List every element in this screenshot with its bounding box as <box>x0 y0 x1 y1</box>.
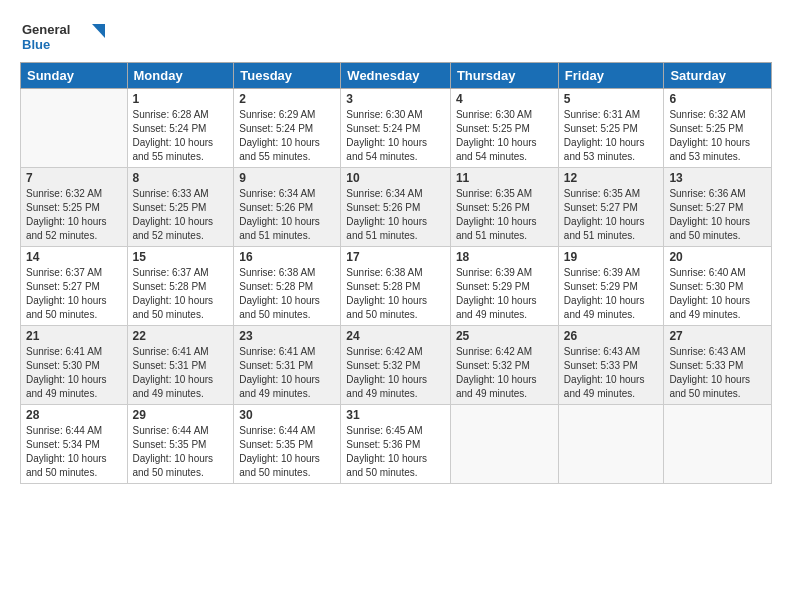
day-info: Sunrise: 6:42 AM Sunset: 5:32 PM Dayligh… <box>456 345 553 401</box>
day-info: Sunrise: 6:37 AM Sunset: 5:27 PM Dayligh… <box>26 266 122 322</box>
day-number: 7 <box>26 171 122 185</box>
day-number: 15 <box>133 250 229 264</box>
calendar-cell: 29Sunrise: 6:44 AM Sunset: 5:35 PM Dayli… <box>127 405 234 484</box>
day-number: 9 <box>239 171 335 185</box>
calendar-cell: 5Sunrise: 6:31 AM Sunset: 5:25 PM Daylig… <box>558 89 664 168</box>
day-info: Sunrise: 6:43 AM Sunset: 5:33 PM Dayligh… <box>564 345 659 401</box>
day-info: Sunrise: 6:44 AM Sunset: 5:35 PM Dayligh… <box>239 424 335 480</box>
day-info: Sunrise: 6:30 AM Sunset: 5:24 PM Dayligh… <box>346 108 445 164</box>
day-info: Sunrise: 6:38 AM Sunset: 5:28 PM Dayligh… <box>346 266 445 322</box>
day-info: Sunrise: 6:36 AM Sunset: 5:27 PM Dayligh… <box>669 187 766 243</box>
day-info: Sunrise: 6:44 AM Sunset: 5:35 PM Dayligh… <box>133 424 229 480</box>
calendar-cell: 3Sunrise: 6:30 AM Sunset: 5:24 PM Daylig… <box>341 89 451 168</box>
calendar-cell: 22Sunrise: 6:41 AM Sunset: 5:31 PM Dayli… <box>127 326 234 405</box>
header-day-saturday: Saturday <box>664 63 772 89</box>
day-number: 14 <box>26 250 122 264</box>
day-number: 22 <box>133 329 229 343</box>
calendar-cell: 1Sunrise: 6:28 AM Sunset: 5:24 PM Daylig… <box>127 89 234 168</box>
calendar-cell: 26Sunrise: 6:43 AM Sunset: 5:33 PM Dayli… <box>558 326 664 405</box>
calendar-cell: 20Sunrise: 6:40 AM Sunset: 5:30 PM Dayli… <box>664 247 772 326</box>
day-info: Sunrise: 6:44 AM Sunset: 5:34 PM Dayligh… <box>26 424 122 480</box>
svg-text:General: General <box>22 22 70 37</box>
calendar-cell: 2Sunrise: 6:29 AM Sunset: 5:24 PM Daylig… <box>234 89 341 168</box>
day-number: 3 <box>346 92 445 106</box>
calendar-cell: 24Sunrise: 6:42 AM Sunset: 5:32 PM Dayli… <box>341 326 451 405</box>
day-info: Sunrise: 6:32 AM Sunset: 5:25 PM Dayligh… <box>26 187 122 243</box>
day-number: 31 <box>346 408 445 422</box>
calendar-cell <box>558 405 664 484</box>
day-info: Sunrise: 6:28 AM Sunset: 5:24 PM Dayligh… <box>133 108 229 164</box>
calendar-cell: 16Sunrise: 6:38 AM Sunset: 5:28 PM Dayli… <box>234 247 341 326</box>
day-number: 16 <box>239 250 335 264</box>
day-number: 13 <box>669 171 766 185</box>
day-info: Sunrise: 6:40 AM Sunset: 5:30 PM Dayligh… <box>669 266 766 322</box>
logo: General Blue <box>20 16 110 54</box>
calendar-cell: 28Sunrise: 6:44 AM Sunset: 5:34 PM Dayli… <box>21 405 128 484</box>
calendar-cell: 7Sunrise: 6:32 AM Sunset: 5:25 PM Daylig… <box>21 168 128 247</box>
page-header: General Blue <box>20 16 772 54</box>
day-number: 21 <box>26 329 122 343</box>
svg-marker-2 <box>92 24 105 38</box>
calendar-cell: 9Sunrise: 6:34 AM Sunset: 5:26 PM Daylig… <box>234 168 341 247</box>
day-info: Sunrise: 6:38 AM Sunset: 5:28 PM Dayligh… <box>239 266 335 322</box>
day-number: 17 <box>346 250 445 264</box>
day-info: Sunrise: 6:34 AM Sunset: 5:26 PM Dayligh… <box>346 187 445 243</box>
header-day-wednesday: Wednesday <box>341 63 451 89</box>
header-day-sunday: Sunday <box>21 63 128 89</box>
day-number: 29 <box>133 408 229 422</box>
calendar-cell: 6Sunrise: 6:32 AM Sunset: 5:25 PM Daylig… <box>664 89 772 168</box>
day-info: Sunrise: 6:41 AM Sunset: 5:31 PM Dayligh… <box>133 345 229 401</box>
day-number: 25 <box>456 329 553 343</box>
header-day-monday: Monday <box>127 63 234 89</box>
header-day-tuesday: Tuesday <box>234 63 341 89</box>
day-number: 24 <box>346 329 445 343</box>
calendar-week-row: 21Sunrise: 6:41 AM Sunset: 5:30 PM Dayli… <box>21 326 772 405</box>
calendar: SundayMondayTuesdayWednesdayThursdayFrid… <box>20 62 772 484</box>
calendar-cell: 13Sunrise: 6:36 AM Sunset: 5:27 PM Dayli… <box>664 168 772 247</box>
calendar-header-row: SundayMondayTuesdayWednesdayThursdayFrid… <box>21 63 772 89</box>
day-number: 6 <box>669 92 766 106</box>
header-day-friday: Friday <box>558 63 664 89</box>
calendar-cell <box>450 405 558 484</box>
svg-text:Blue: Blue <box>22 37 50 52</box>
calendar-cell: 8Sunrise: 6:33 AM Sunset: 5:25 PM Daylig… <box>127 168 234 247</box>
day-number: 20 <box>669 250 766 264</box>
logo-icon: General Blue <box>20 16 110 54</box>
day-info: Sunrise: 6:43 AM Sunset: 5:33 PM Dayligh… <box>669 345 766 401</box>
day-info: Sunrise: 6:29 AM Sunset: 5:24 PM Dayligh… <box>239 108 335 164</box>
day-info: Sunrise: 6:35 AM Sunset: 5:26 PM Dayligh… <box>456 187 553 243</box>
calendar-week-row: 7Sunrise: 6:32 AM Sunset: 5:25 PM Daylig… <box>21 168 772 247</box>
day-info: Sunrise: 6:37 AM Sunset: 5:28 PM Dayligh… <box>133 266 229 322</box>
day-number: 27 <box>669 329 766 343</box>
calendar-cell: 18Sunrise: 6:39 AM Sunset: 5:29 PM Dayli… <box>450 247 558 326</box>
day-info: Sunrise: 6:41 AM Sunset: 5:30 PM Dayligh… <box>26 345 122 401</box>
calendar-cell: 17Sunrise: 6:38 AM Sunset: 5:28 PM Dayli… <box>341 247 451 326</box>
calendar-cell: 23Sunrise: 6:41 AM Sunset: 5:31 PM Dayli… <box>234 326 341 405</box>
calendar-cell: 21Sunrise: 6:41 AM Sunset: 5:30 PM Dayli… <box>21 326 128 405</box>
day-info: Sunrise: 6:33 AM Sunset: 5:25 PM Dayligh… <box>133 187 229 243</box>
calendar-week-row: 28Sunrise: 6:44 AM Sunset: 5:34 PM Dayli… <box>21 405 772 484</box>
calendar-cell <box>664 405 772 484</box>
day-number: 28 <box>26 408 122 422</box>
day-number: 5 <box>564 92 659 106</box>
calendar-week-row: 1Sunrise: 6:28 AM Sunset: 5:24 PM Daylig… <box>21 89 772 168</box>
day-number: 26 <box>564 329 659 343</box>
day-info: Sunrise: 6:41 AM Sunset: 5:31 PM Dayligh… <box>239 345 335 401</box>
day-number: 8 <box>133 171 229 185</box>
calendar-cell: 12Sunrise: 6:35 AM Sunset: 5:27 PM Dayli… <box>558 168 664 247</box>
calendar-cell: 19Sunrise: 6:39 AM Sunset: 5:29 PM Dayli… <box>558 247 664 326</box>
day-number: 23 <box>239 329 335 343</box>
day-number: 2 <box>239 92 335 106</box>
calendar-cell: 15Sunrise: 6:37 AM Sunset: 5:28 PM Dayli… <box>127 247 234 326</box>
day-info: Sunrise: 6:35 AM Sunset: 5:27 PM Dayligh… <box>564 187 659 243</box>
day-info: Sunrise: 6:39 AM Sunset: 5:29 PM Dayligh… <box>456 266 553 322</box>
calendar-cell: 30Sunrise: 6:44 AM Sunset: 5:35 PM Dayli… <box>234 405 341 484</box>
day-number: 18 <box>456 250 553 264</box>
day-number: 11 <box>456 171 553 185</box>
day-number: 19 <box>564 250 659 264</box>
calendar-cell: 27Sunrise: 6:43 AM Sunset: 5:33 PM Dayli… <box>664 326 772 405</box>
day-number: 30 <box>239 408 335 422</box>
day-number: 12 <box>564 171 659 185</box>
day-info: Sunrise: 6:31 AM Sunset: 5:25 PM Dayligh… <box>564 108 659 164</box>
day-info: Sunrise: 6:42 AM Sunset: 5:32 PM Dayligh… <box>346 345 445 401</box>
